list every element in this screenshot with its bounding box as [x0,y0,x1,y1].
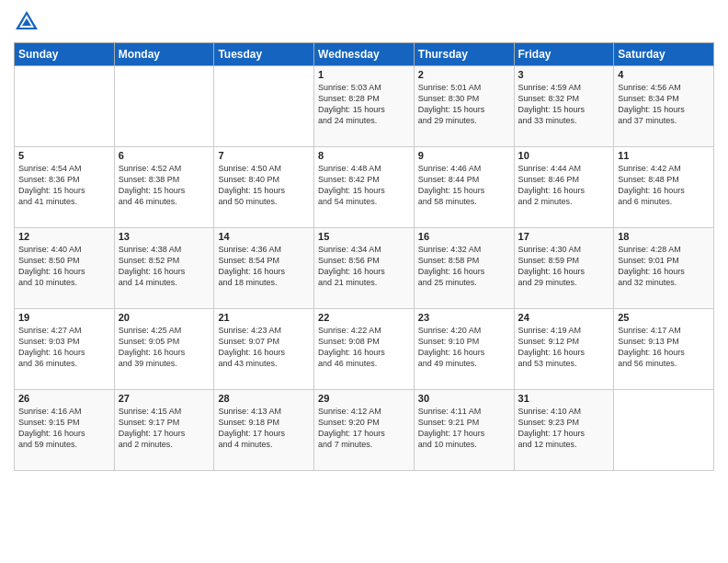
calendar-week-row: 26Sunrise: 4:16 AM Sunset: 9:15 PM Dayli… [15,390,714,471]
day-number: 31 [518,393,610,404]
calendar-cell: 29Sunrise: 4:12 AM Sunset: 9:20 PM Dayli… [314,390,415,471]
day-info: Sunrise: 4:27 AM Sunset: 9:03 PM Dayligh… [18,325,110,370]
calendar-cell: 3Sunrise: 4:59 AM Sunset: 8:32 PM Daylig… [514,66,614,147]
calendar-cell: 25Sunrise: 4:17 AM Sunset: 9:13 PM Dayli… [614,309,714,390]
calendar-table: SundayMondayTuesdayWednesdayThursdayFrid… [14,42,714,471]
weekday-header: Tuesday [214,43,314,66]
day-info: Sunrise: 4:22 AM Sunset: 9:08 PM Dayligh… [318,325,410,370]
calendar-cell: 16Sunrise: 4:32 AM Sunset: 8:58 PM Dayli… [414,228,514,309]
calendar-cell: 14Sunrise: 4:36 AM Sunset: 8:54 PM Dayli… [214,228,314,309]
calendar-cell: 26Sunrise: 4:16 AM Sunset: 9:15 PM Dayli… [15,390,115,471]
calendar-cell: 24Sunrise: 4:19 AM Sunset: 9:12 PM Dayli… [514,309,614,390]
weekday-header: Monday [114,43,214,66]
day-number: 15 [318,231,410,242]
calendar-week-row: 1Sunrise: 5:03 AM Sunset: 8:28 PM Daylig… [15,66,714,147]
day-info: Sunrise: 4:38 AM Sunset: 8:52 PM Dayligh… [119,244,210,289]
day-number: 21 [218,312,310,323]
day-info: Sunrise: 4:52 AM Sunset: 8:38 PM Dayligh… [119,163,210,208]
calendar-week-row: 5Sunrise: 4:54 AM Sunset: 8:36 PM Daylig… [15,147,714,228]
calendar-cell: 20Sunrise: 4:25 AM Sunset: 9:05 PM Dayli… [114,309,214,390]
day-info: Sunrise: 4:11 AM Sunset: 9:21 PM Dayligh… [418,406,510,451]
calendar-cell: 28Sunrise: 4:13 AM Sunset: 9:18 PM Dayli… [214,390,314,471]
day-info: Sunrise: 4:13 AM Sunset: 9:18 PM Dayligh… [218,406,310,451]
day-info: Sunrise: 4:42 AM Sunset: 8:48 PM Dayligh… [618,163,710,208]
day-number: 27 [119,393,210,404]
day-number: 28 [218,393,310,404]
weekday-header: Sunday [15,43,115,66]
day-number: 19 [18,312,110,323]
day-info: Sunrise: 4:20 AM Sunset: 9:10 PM Dayligh… [418,325,510,370]
calendar-cell: 19Sunrise: 4:27 AM Sunset: 9:03 PM Dayli… [15,309,115,390]
weekday-row: SundayMondayTuesdayWednesdayThursdayFrid… [15,43,714,66]
day-number: 30 [418,393,510,404]
day-info: Sunrise: 4:44 AM Sunset: 8:46 PM Dayligh… [518,163,610,208]
calendar-week-row: 12Sunrise: 4:40 AM Sunset: 8:50 PM Dayli… [15,228,714,309]
day-number: 11 [618,150,710,161]
calendar-cell: 10Sunrise: 4:44 AM Sunset: 8:46 PM Dayli… [514,147,614,228]
day-info: Sunrise: 5:01 AM Sunset: 8:30 PM Dayligh… [418,82,510,127]
day-info: Sunrise: 4:48 AM Sunset: 8:42 PM Dayligh… [318,163,410,208]
day-number: 12 [18,231,110,242]
calendar-header: SundayMondayTuesdayWednesdayThursdayFrid… [15,43,714,66]
calendar-cell [614,390,714,471]
day-info: Sunrise: 4:56 AM Sunset: 8:34 PM Dayligh… [618,82,710,127]
calendar-cell [15,66,115,147]
calendar-cell: 9Sunrise: 4:46 AM Sunset: 8:44 PM Daylig… [414,147,514,228]
calendar-cell: 31Sunrise: 4:10 AM Sunset: 9:23 PM Dayli… [514,390,614,471]
day-info: Sunrise: 4:23 AM Sunset: 9:07 PM Dayligh… [218,325,310,370]
day-info: Sunrise: 4:36 AM Sunset: 8:54 PM Dayligh… [218,244,310,289]
day-number: 5 [18,150,110,161]
weekday-header: Wednesday [314,43,415,66]
weekday-header: Friday [514,43,614,66]
calendar-cell: 22Sunrise: 4:22 AM Sunset: 9:08 PM Dayli… [314,309,415,390]
day-number: 16 [418,231,510,242]
day-info: Sunrise: 4:40 AM Sunset: 8:50 PM Dayligh… [18,244,110,289]
weekday-header: Thursday [414,43,514,66]
calendar-cell: 18Sunrise: 4:28 AM Sunset: 9:01 PM Dayli… [614,228,714,309]
day-info: Sunrise: 4:19 AM Sunset: 9:12 PM Dayligh… [518,325,610,370]
day-number: 18 [618,231,710,242]
calendar-cell [114,66,214,147]
day-info: Sunrise: 4:59 AM Sunset: 8:32 PM Dayligh… [518,82,610,127]
day-number: 3 [518,69,610,80]
day-info: Sunrise: 4:46 AM Sunset: 8:44 PM Dayligh… [418,163,510,208]
calendar-cell: 11Sunrise: 4:42 AM Sunset: 8:48 PM Dayli… [614,147,714,228]
calendar-cell: 13Sunrise: 4:38 AM Sunset: 8:52 PM Dayli… [114,228,214,309]
day-info: Sunrise: 4:34 AM Sunset: 8:56 PM Dayligh… [318,244,410,289]
day-number: 8 [318,150,410,161]
day-number: 2 [418,69,510,80]
day-info: Sunrise: 4:25 AM Sunset: 9:05 PM Dayligh… [119,325,210,370]
calendar-cell: 23Sunrise: 4:20 AM Sunset: 9:10 PM Dayli… [414,309,514,390]
day-info: Sunrise: 4:16 AM Sunset: 9:15 PM Dayligh… [18,406,110,451]
day-info: Sunrise: 4:15 AM Sunset: 9:17 PM Dayligh… [119,406,210,451]
calendar-cell: 1Sunrise: 5:03 AM Sunset: 8:28 PM Daylig… [314,66,415,147]
day-number: 29 [318,393,410,404]
day-number: 9 [418,150,510,161]
calendar-cell: 4Sunrise: 4:56 AM Sunset: 8:34 PM Daylig… [614,66,714,147]
calendar-cell: 15Sunrise: 4:34 AM Sunset: 8:56 PM Dayli… [314,228,415,309]
calendar-cell: 2Sunrise: 5:01 AM Sunset: 8:30 PM Daylig… [414,66,514,147]
calendar-cell: 8Sunrise: 4:48 AM Sunset: 8:42 PM Daylig… [314,147,415,228]
calendar-week-row: 19Sunrise: 4:27 AM Sunset: 9:03 PM Dayli… [15,309,714,390]
calendar-cell: 7Sunrise: 4:50 AM Sunset: 8:40 PM Daylig… [214,147,314,228]
calendar-cell: 5Sunrise: 4:54 AM Sunset: 8:36 PM Daylig… [15,147,115,228]
day-number: 13 [119,231,210,242]
day-info: Sunrise: 4:28 AM Sunset: 9:01 PM Dayligh… [618,244,710,289]
day-number: 7 [218,150,310,161]
calendar-cell [214,66,314,147]
day-number: 24 [518,312,610,323]
day-number: 14 [218,231,310,242]
logo-icon [14,9,40,35]
day-number: 4 [618,69,710,80]
day-number: 1 [318,69,410,80]
calendar-cell: 6Sunrise: 4:52 AM Sunset: 8:38 PM Daylig… [114,147,214,228]
day-info: Sunrise: 4:32 AM Sunset: 8:58 PM Dayligh… [418,244,510,289]
calendar-cell: 27Sunrise: 4:15 AM Sunset: 9:17 PM Dayli… [114,390,214,471]
day-number: 26 [18,393,110,404]
day-number: 6 [119,150,210,161]
calendar-cell: 12Sunrise: 4:40 AM Sunset: 8:50 PM Dayli… [15,228,115,309]
day-number: 17 [518,231,610,242]
weekday-header: Saturday [614,43,714,66]
day-number: 20 [119,312,210,323]
calendar-body: 1Sunrise: 5:03 AM Sunset: 8:28 PM Daylig… [15,66,714,471]
